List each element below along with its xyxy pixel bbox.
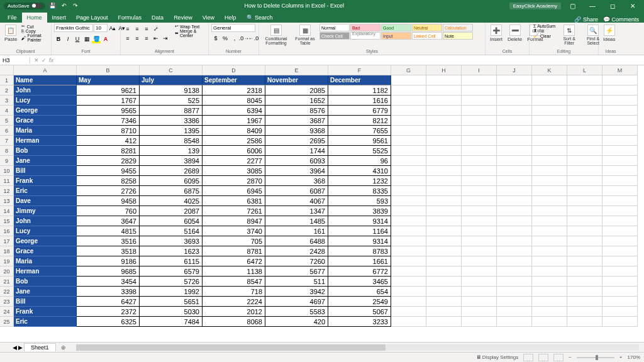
data-cell[interactable]: 2829 [77, 156, 140, 166]
page-layout-view-icon[interactable] [538, 354, 548, 361]
empty-cell[interactable] [567, 136, 602, 146]
empty-cell[interactable] [532, 156, 567, 166]
empty-cell[interactable] [567, 146, 602, 156]
menu-tab-help[interactable]: Help [219, 13, 242, 23]
row-header[interactable]: 4 [0, 106, 14, 116]
maximize-icon[interactable]: ◻ [604, 0, 621, 11]
align-bot-icon[interactable]: ≡ [142, 25, 151, 33]
empty-cell[interactable] [391, 106, 426, 116]
indent-dec-icon[interactable]: ⇤ [152, 34, 160, 43]
empty-cell[interactable] [567, 126, 602, 136]
sheet-nav-next-icon[interactable]: ▶ [18, 344, 23, 351]
empty-cell[interactable] [391, 196, 426, 206]
empty-cell[interactable] [532, 136, 567, 146]
col-header-E[interactable]: E [265, 65, 328, 75]
empty-cell[interactable] [426, 186, 462, 196]
data-cell[interactable]: 705 [203, 236, 265, 246]
name-cell[interactable]: Bob [14, 146, 77, 156]
data-cell[interactable]: 9565 [77, 106, 140, 116]
style-input[interactable]: Input [381, 32, 411, 40]
data-cell[interactable]: 6945 [203, 186, 265, 196]
empty-cell[interactable] [391, 236, 426, 246]
empty-cell[interactable] [532, 317, 567, 327]
data-cell[interactable]: 9685 [77, 266, 140, 277]
data-cell[interactable]: 1767 [77, 96, 140, 106]
empty-cell[interactable] [602, 307, 638, 317]
data-cell[interactable]: 2372 [77, 307, 140, 317]
empty-cell[interactable] [532, 75, 567, 85]
empty-cell[interactable] [497, 136, 532, 146]
empty-cell[interactable] [426, 317, 462, 327]
empty-cell[interactable] [426, 206, 462, 216]
table-header[interactable]: September [203, 75, 265, 85]
data-cell[interactable]: 8547 [203, 277, 265, 287]
data-cell[interactable]: 3398 [77, 287, 140, 297]
data-cell[interactable]: 511 [265, 277, 328, 287]
col-header-K[interactable]: K [532, 65, 567, 75]
empty-cell[interactable] [426, 287, 462, 297]
empty-cell[interactable] [532, 216, 567, 226]
indent-inc-icon[interactable]: ⇥ [161, 34, 170, 43]
delete-cells-button[interactable]: ➖Delete [506, 24, 524, 43]
empty-cell[interactable] [602, 166, 638, 176]
name-cell[interactable]: Grace [14, 116, 77, 126]
data-cell[interactable]: 7655 [328, 126, 391, 136]
empty-cell[interactable] [532, 307, 567, 317]
empty-cell[interactable] [462, 96, 497, 106]
empty-cell[interactable] [391, 166, 426, 176]
data-cell[interactable]: 139 [140, 146, 203, 156]
empty-cell[interactable] [391, 146, 426, 156]
data-cell[interactable]: 8877 [140, 106, 203, 116]
format-as-table-button[interactable]: ▦Format as Table [292, 24, 318, 46]
data-cell[interactable]: 2695 [265, 136, 328, 146]
data-cell[interactable]: 3839 [328, 206, 391, 216]
row-header[interactable]: 10 [0, 166, 14, 176]
data-cell[interactable]: 1182 [328, 85, 391, 96]
empty-cell[interactable] [567, 226, 602, 236]
data-cell[interactable]: 3740 [203, 226, 265, 236]
menu-tab-review[interactable]: Review [169, 13, 197, 23]
empty-cell[interactable] [567, 297, 602, 307]
empty-cell[interactable] [426, 307, 462, 317]
row-header[interactable]: 13 [0, 196, 14, 206]
fill-color-button[interactable]: 🪣 [92, 35, 101, 43]
font-size-select[interactable] [94, 24, 108, 32]
empty-cell[interactable] [426, 196, 462, 206]
empty-cell[interactable] [462, 287, 497, 297]
empty-cell[interactable] [567, 96, 602, 106]
font-family-select[interactable] [54, 24, 93, 32]
name-cell[interactable]: Jane [14, 287, 77, 297]
data-cell[interactable]: 9458 [77, 196, 140, 206]
insert-cells-button[interactable]: ➕Insert [488, 24, 504, 43]
data-cell[interactable]: 9561 [328, 136, 391, 146]
name-cell[interactable]: John [14, 216, 77, 226]
data-cell[interactable]: 593 [328, 196, 391, 206]
empty-cell[interactable] [497, 156, 532, 166]
empty-cell[interactable] [391, 297, 426, 307]
zoom-in-icon[interactable]: + [619, 354, 623, 360]
percent-icon[interactable]: % [221, 34, 230, 43]
data-cell[interactable]: 8212 [328, 116, 391, 126]
data-cell[interactable]: 7346 [77, 116, 140, 126]
close-icon[interactable]: ✕ [624, 0, 641, 11]
zoom-slider[interactable] [577, 357, 614, 358]
data-cell[interactable]: 7484 [140, 317, 203, 327]
data-cell[interactable]: 2428 [265, 246, 328, 256]
data-cell[interactable]: 5583 [265, 307, 328, 317]
data-cell[interactable]: 420 [265, 317, 328, 327]
minimize-icon[interactable]: — [584, 0, 601, 11]
row-header[interactable]: 1 [0, 75, 14, 85]
data-cell[interactable]: 368 [265, 176, 328, 186]
empty-cell[interactable] [602, 146, 638, 156]
data-cell[interactable]: 6093 [265, 156, 328, 166]
empty-cell[interactable] [497, 246, 532, 256]
data-cell[interactable]: 2549 [328, 297, 391, 307]
empty-cell[interactable] [497, 166, 532, 176]
empty-cell[interactable] [532, 297, 567, 307]
empty-cell[interactable] [532, 166, 567, 176]
data-cell[interactable]: 9314 [328, 216, 391, 226]
name-box[interactable]: H3 [0, 57, 30, 63]
fx-icon[interactable]: fx [49, 57, 53, 63]
data-cell[interactable]: 6006 [203, 146, 265, 156]
empty-cell[interactable] [497, 307, 532, 317]
